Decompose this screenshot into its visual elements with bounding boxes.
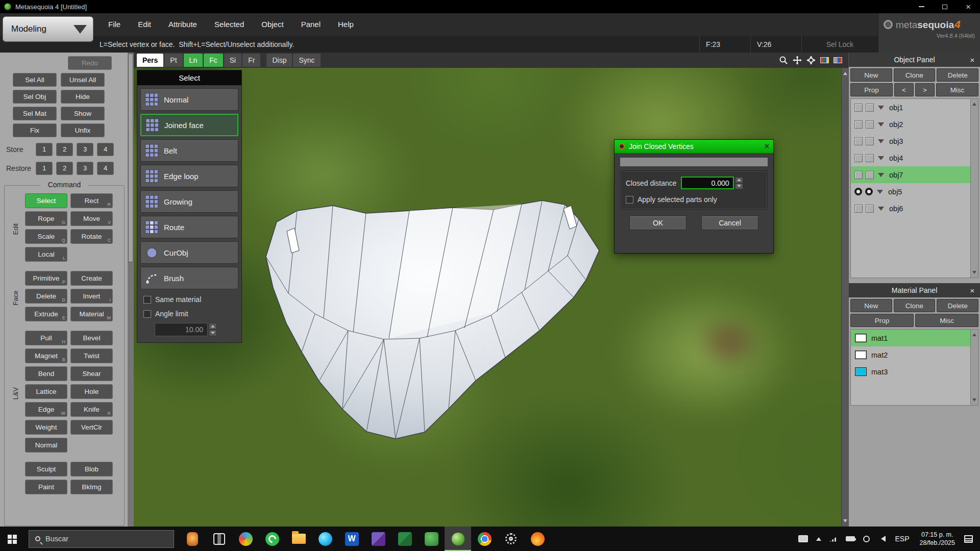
object-checkbox[interactable] — [854, 154, 863, 162]
cmd-edge-button[interactable]: EdgeW — [25, 402, 67, 417]
sel-lock-button[interactable]: Sel Lock — [801, 36, 878, 53]
cmd-blob-button[interactable]: Blob — [70, 462, 113, 477]
select-mode-belt[interactable]: Belt — [140, 139, 238, 162]
material-row-mat2[interactable]: mat2 — [851, 346, 970, 363]
minimize-button[interactable] — [910, 0, 933, 13]
cmd-sculpt-button[interactable]: Sculpt — [25, 462, 67, 477]
unfix-button[interactable]: Unfix — [61, 123, 105, 137]
object-row-obj6[interactable]: obj6 — [851, 200, 970, 217]
cancel-button[interactable]: Cancel — [701, 216, 758, 230]
cmd-pull-button[interactable]: PullH — [25, 331, 67, 345]
task-view-icon[interactable] — [206, 527, 232, 551]
spin-up-icon[interactable] — [209, 323, 217, 330]
globe-icon[interactable] — [863, 536, 870, 542]
prop-button[interactable]: Prop — [850, 314, 914, 327]
cmd-rope-button[interactable]: RopeG — [25, 211, 67, 226]
cmd-hole-button[interactable]: Hole — [70, 384, 113, 399]
fix-button[interactable]: Fix — [13, 123, 57, 137]
metasequoia-icon[interactable] — [445, 527, 471, 551]
tab-fr[interactable]: Fr — [242, 54, 260, 67]
word-icon[interactable] — [338, 527, 365, 551]
tab-pers[interactable]: Pers — [137, 54, 163, 67]
tab-si[interactable]: Si — [224, 54, 241, 67]
cmd-invert-button[interactable]: InvertI — [70, 289, 113, 304]
file-explorer-icon[interactable] — [285, 527, 312, 551]
show-button[interactable]: Show — [61, 107, 105, 120]
object-row-obj2[interactable]: obj2 — [851, 116, 970, 133]
sel-obj-button[interactable]: Sel Obj — [13, 90, 57, 104]
dev-app-icon[interactable] — [365, 527, 391, 551]
store-slot-1[interactable]: 1 — [36, 143, 53, 156]
object-checkbox[interactable] — [854, 137, 863, 145]
chevron-down-icon[interactable] — [878, 207, 884, 211]
object-row-obj3[interactable]: obj3 — [851, 133, 970, 149]
object-checkbox[interactable] — [854, 205, 863, 213]
cmd-primitive-button[interactable]: PrimitiveP — [25, 271, 67, 286]
network-icon[interactable] — [829, 536, 838, 542]
next-button[interactable]: > — [915, 83, 935, 96]
select-mode-brush[interactable]: Brush — [140, 267, 238, 289]
spin-down-icon[interactable] — [735, 183, 743, 189]
zoom-icon[interactable] — [779, 56, 788, 65]
select-mode-route[interactable]: Route — [140, 216, 238, 238]
delete-button[interactable]: Delete — [937, 68, 978, 82]
store-slot-2[interactable]: 2 — [56, 143, 73, 156]
same-material-checkbox[interactable] — [143, 296, 151, 304]
close-icon[interactable] — [967, 53, 978, 67]
cmd-normal-button[interactable]: Normal — [25, 438, 67, 453]
cmd-shear-button[interactable]: Shear — [70, 366, 113, 381]
whatsapp-icon[interactable] — [259, 527, 285, 551]
close-button[interactable] — [957, 0, 980, 13]
viewport[interactable]: PersPtLnFcSiFrDispSync Select NormalJoin… — [134, 53, 848, 527]
select-mode-curobj[interactable]: CurObj — [140, 241, 238, 264]
scroll-up-icon[interactable] — [972, 101, 976, 106]
battery-icon[interactable] — [846, 536, 855, 541]
clone-button[interactable]: Clone — [894, 68, 936, 82]
cmd-bend-button[interactable]: Bend — [25, 366, 67, 381]
scroll-up-icon[interactable] — [972, 331, 976, 336]
menu-attribute[interactable]: Attribute — [160, 13, 206, 36]
scroll-up-icon[interactable] — [843, 70, 847, 75]
chrome-icon[interactable] — [471, 527, 498, 551]
angle-limit-input[interactable]: 10.00 — [155, 323, 208, 336]
cmd-lattice-button[interactable]: Lattice — [25, 384, 67, 399]
cmd-weight-button[interactable]: Weight — [25, 420, 67, 435]
object-checkbox[interactable] — [866, 171, 874, 179]
angle-limit-row[interactable]: Angle limit — [143, 310, 241, 318]
dialog-close-button[interactable] — [765, 142, 769, 151]
clone-button[interactable]: Clone — [894, 299, 936, 312]
material-row-mat1[interactable]: mat1 — [851, 330, 970, 346]
language-indicator[interactable]: ESP — [895, 535, 909, 543]
object-checkbox[interactable] — [866, 205, 874, 213]
tab-fc[interactable]: Fc — [204, 54, 223, 67]
object-checkbox[interactable] — [866, 154, 874, 162]
misc-button[interactable]: Misc — [936, 83, 978, 96]
restore-slot-4[interactable]: 4 — [97, 162, 114, 175]
mode-selector[interactable]: Modeling — [3, 16, 93, 42]
cmd-vertclr-button[interactable]: VertClr — [70, 420, 113, 435]
chevron-down-icon[interactable] — [878, 173, 884, 177]
restore-slot-1[interactable]: 1 — [36, 162, 53, 175]
same-material-row[interactable]: Same material — [143, 295, 241, 304]
prev-button[interactable]: < — [894, 83, 914, 96]
object-row-obj7[interactable]: obj7 — [851, 166, 970, 183]
cmd-magnet-button[interactable]: MagnetB — [25, 348, 67, 363]
edge-browser-icon[interactable] — [312, 527, 338, 551]
spin-down-icon[interactable] — [209, 330, 217, 336]
chevron-down-icon[interactable] — [878, 156, 884, 160]
close-icon[interactable] — [967, 283, 978, 297]
lock-icon[interactable] — [865, 188, 873, 195]
hide-button[interactable]: Hide — [61, 90, 105, 104]
apply-selected-checkbox[interactable] — [626, 196, 633, 204]
menu-help[interactable]: Help — [329, 13, 362, 36]
cmd-select-button[interactable]: Select — [25, 193, 67, 208]
green-app-1-icon[interactable] — [391, 527, 418, 551]
menu-file[interactable]: File — [100, 13, 129, 36]
dialog-titlebar[interactable]: Join Closed Vertices — [615, 140, 773, 153]
cmd-paint-button[interactable]: Paint — [25, 480, 67, 494]
tab-sync[interactable]: Sync — [293, 54, 320, 67]
ok-button[interactable]: OK — [629, 216, 687, 230]
cmd-bevel-button[interactable]: Bevel — [70, 331, 113, 345]
green-app-2-icon[interactable] — [418, 527, 445, 551]
taskbar-clock[interactable]: 07:15 p. m. 28/feb./2025 — [914, 531, 960, 547]
